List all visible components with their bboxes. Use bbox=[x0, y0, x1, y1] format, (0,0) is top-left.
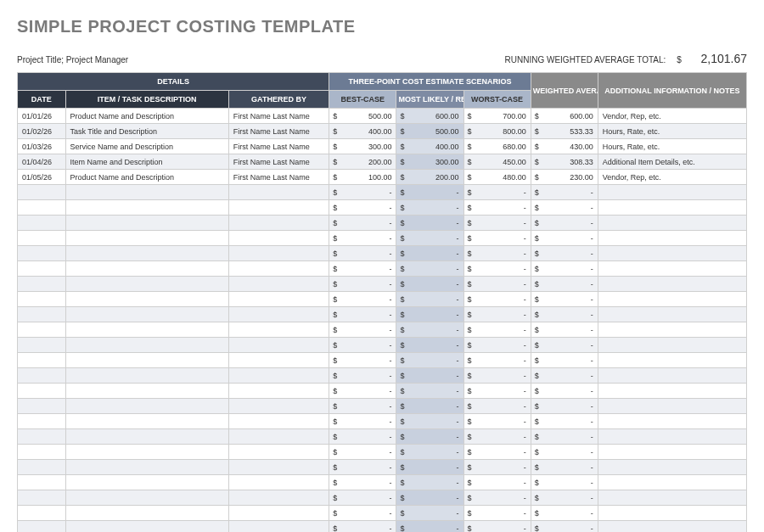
money-cell[interactable]: $- bbox=[396, 231, 463, 246]
item-cell[interactable] bbox=[65, 460, 228, 475]
money-cell[interactable]: $- bbox=[531, 399, 598, 414]
item-cell[interactable] bbox=[65, 521, 228, 533]
money-cell[interactable]: $- bbox=[329, 490, 396, 506]
date-cell[interactable]: 01/04/26 bbox=[18, 154, 66, 170]
date-cell[interactable] bbox=[18, 261, 66, 277]
gathered-cell[interactable] bbox=[228, 460, 329, 475]
money-cell[interactable]: $533.33 bbox=[531, 124, 598, 139]
date-cell[interactable] bbox=[18, 246, 66, 261]
money-cell[interactable]: $- bbox=[531, 353, 598, 368]
money-cell[interactable]: $680.00 bbox=[463, 139, 531, 154]
money-cell[interactable]: $- bbox=[463, 414, 531, 429]
money-cell[interactable]: $- bbox=[329, 231, 396, 246]
date-cell[interactable] bbox=[18, 216, 66, 231]
item-cell[interactable] bbox=[65, 292, 228, 307]
money-cell[interactable]: $600.00 bbox=[531, 109, 598, 124]
notes-cell[interactable] bbox=[598, 429, 746, 445]
money-cell[interactable]: $- bbox=[463, 475, 531, 490]
money-cell[interactable]: $- bbox=[329, 246, 396, 261]
gathered-cell[interactable] bbox=[228, 246, 329, 261]
item-cell[interactable] bbox=[65, 399, 228, 414]
date-cell[interactable] bbox=[18, 338, 66, 353]
item-cell[interactable]: Product Name and Description bbox=[65, 170, 228, 185]
date-cell[interactable] bbox=[18, 490, 66, 506]
money-cell[interactable]: $200.00 bbox=[396, 170, 463, 185]
money-cell[interactable]: $- bbox=[396, 338, 463, 353]
money-cell[interactable]: $- bbox=[329, 414, 396, 429]
money-cell[interactable]: $- bbox=[329, 185, 396, 200]
money-cell[interactable]: $300.00 bbox=[329, 139, 396, 154]
money-cell[interactable]: $- bbox=[463, 261, 531, 277]
date-cell[interactable] bbox=[18, 322, 66, 338]
money-cell[interactable]: $- bbox=[329, 338, 396, 353]
item-cell[interactable] bbox=[65, 246, 228, 261]
money-cell[interactable]: $- bbox=[463, 200, 531, 216]
money-cell[interactable]: $- bbox=[329, 353, 396, 368]
item-cell[interactable] bbox=[65, 353, 228, 368]
notes-cell[interactable] bbox=[598, 200, 746, 216]
money-cell[interactable]: $- bbox=[463, 399, 531, 414]
money-cell[interactable]: $- bbox=[531, 338, 598, 353]
date-cell[interactable]: 01/05/26 bbox=[18, 170, 66, 185]
money-cell[interactable]: $- bbox=[329, 277, 396, 292]
money-cell[interactable]: $- bbox=[463, 368, 531, 384]
item-cell[interactable] bbox=[65, 277, 228, 292]
money-cell[interactable]: $100.00 bbox=[329, 170, 396, 185]
date-cell[interactable] bbox=[18, 460, 66, 475]
gathered-cell[interactable] bbox=[228, 307, 329, 322]
gathered-cell[interactable] bbox=[228, 414, 329, 429]
money-cell[interactable]: $450.00 bbox=[463, 154, 531, 170]
money-cell[interactable]: $- bbox=[396, 506, 463, 521]
money-cell[interactable]: $- bbox=[531, 216, 598, 231]
money-cell[interactable]: $- bbox=[531, 307, 598, 322]
notes-cell[interactable]: Vendor, Rep, etc. bbox=[598, 109, 746, 124]
money-cell[interactable]: $- bbox=[329, 307, 396, 322]
money-cell[interactable]: $- bbox=[531, 261, 598, 277]
notes-cell[interactable] bbox=[598, 521, 746, 533]
money-cell[interactable]: $- bbox=[463, 460, 531, 475]
money-cell[interactable]: $- bbox=[329, 292, 396, 307]
item-cell[interactable] bbox=[65, 384, 228, 399]
item-cell[interactable] bbox=[65, 322, 228, 338]
date-cell[interactable] bbox=[18, 353, 66, 368]
item-cell[interactable] bbox=[65, 490, 228, 506]
gathered-cell[interactable] bbox=[228, 338, 329, 353]
money-cell[interactable]: $600.00 bbox=[396, 109, 463, 124]
money-cell[interactable]: $- bbox=[396, 307, 463, 322]
notes-cell[interactable] bbox=[598, 322, 746, 338]
money-cell[interactable]: $- bbox=[463, 353, 531, 368]
money-cell[interactable]: $- bbox=[463, 429, 531, 445]
date-cell[interactable]: 01/03/26 bbox=[18, 139, 66, 154]
money-cell[interactable]: $- bbox=[463, 490, 531, 506]
item-cell[interactable] bbox=[65, 216, 228, 231]
money-cell[interactable]: $- bbox=[463, 521, 531, 533]
money-cell[interactable]: $500.00 bbox=[396, 124, 463, 139]
money-cell[interactable]: $- bbox=[329, 521, 396, 533]
gathered-cell[interactable] bbox=[228, 521, 329, 533]
money-cell[interactable]: $- bbox=[531, 506, 598, 521]
notes-cell[interactable] bbox=[598, 231, 746, 246]
money-cell[interactable]: $- bbox=[329, 460, 396, 475]
money-cell[interactable]: $- bbox=[463, 185, 531, 200]
gathered-cell[interactable] bbox=[228, 445, 329, 460]
notes-cell[interactable] bbox=[598, 292, 746, 307]
money-cell[interactable]: $- bbox=[531, 368, 598, 384]
date-cell[interactable] bbox=[18, 277, 66, 292]
money-cell[interactable]: $- bbox=[396, 368, 463, 384]
gathered-cell[interactable] bbox=[228, 475, 329, 490]
date-cell[interactable] bbox=[18, 185, 66, 200]
item-cell[interactable] bbox=[65, 307, 228, 322]
money-cell[interactable]: $- bbox=[396, 261, 463, 277]
notes-cell[interactable]: Additional Item Details, etc. bbox=[598, 154, 746, 170]
notes-cell[interactable] bbox=[598, 399, 746, 414]
item-cell[interactable]: Service Name and Description bbox=[65, 139, 228, 154]
notes-cell[interactable] bbox=[598, 490, 746, 506]
item-cell[interactable] bbox=[65, 475, 228, 490]
money-cell[interactable]: $- bbox=[329, 216, 396, 231]
notes-cell[interactable] bbox=[598, 246, 746, 261]
money-cell[interactable]: $- bbox=[531, 185, 598, 200]
date-cell[interactable] bbox=[18, 414, 66, 429]
money-cell[interactable]: $- bbox=[329, 429, 396, 445]
money-cell[interactable]: $- bbox=[463, 445, 531, 460]
notes-cell[interactable] bbox=[598, 384, 746, 399]
